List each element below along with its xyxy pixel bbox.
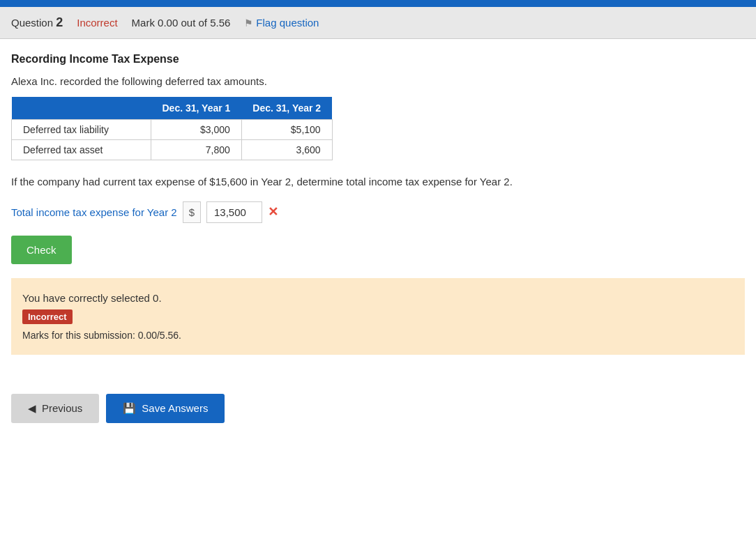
dollar-sign: $: [183, 201, 201, 223]
row-year1-asset: 7,800: [151, 140, 242, 160]
table-header-year1: Dec. 31, Year 1: [151, 97, 242, 120]
feedback-section: You have correctly selected 0. Incorrect…: [11, 278, 745, 355]
flag-question-link[interactable]: ⚑ Flag question: [244, 17, 319, 29]
save-icon: 💾: [123, 402, 136, 415]
save-answers-button[interactable]: 💾 Save Answers: [106, 394, 225, 423]
table-row: Deferred tax asset 7,800 3,600: [12, 140, 333, 160]
question-number: Question 2: [11, 15, 63, 30]
feedback-correct-selected: You have correctly selected 0.: [22, 292, 734, 304]
table-header-year2: Dec. 31, Year 2: [241, 97, 332, 120]
data-table: Dec. 31, Year 1 Dec. 31, Year 2 Deferred…: [11, 97, 333, 160]
answer-row: Total income tax expense for Year 2 $ ✕: [11, 201, 745, 223]
incorrect-badge: Incorrect: [22, 309, 73, 324]
status-incorrect: Incorrect: [77, 17, 117, 29]
question-prompt: If the company had current tax expense o…: [11, 174, 745, 190]
check-button[interactable]: Check: [11, 236, 72, 264]
top-bar: [0, 0, 756, 7]
row-label-asset: Deferred tax asset: [12, 140, 151, 160]
row-year2-asset: 3,600: [241, 140, 332, 160]
flag-icon: ⚑: [244, 17, 253, 29]
table-header-empty: [12, 97, 151, 120]
row-year2-liability: $5,100: [241, 120, 332, 140]
prev-icon: ◀: [28, 402, 36, 415]
question-header: Question 2 Incorrect Mark 0.00 out of 5.…: [0, 7, 756, 39]
marks-text: Marks for this submission: 0.00/5.56.: [22, 330, 734, 341]
answer-input[interactable]: [206, 201, 262, 223]
question-description: Alexa Inc. recorded the following deferr…: [11, 75, 745, 87]
previous-button[interactable]: ◀ Previous: [11, 394, 99, 423]
table-row: Deferred tax liability $3,000 $5,100: [12, 120, 333, 140]
content-area: Recording Income Tax Expense Alexa Inc. …: [0, 39, 756, 369]
question-title: Recording Income Tax Expense: [11, 53, 745, 66]
answer-label: Total income tax expense for Year 2: [11, 206, 177, 218]
footer-nav: ◀ Previous 💾 Save Answers: [0, 383, 756, 434]
row-label-liability: Deferred tax liability: [12, 120, 151, 140]
wrong-icon[interactable]: ✕: [268, 204, 278, 220]
row-year1-liability: $3,000: [151, 120, 242, 140]
mark-text: Mark 0.00 out of 5.56: [132, 17, 231, 29]
